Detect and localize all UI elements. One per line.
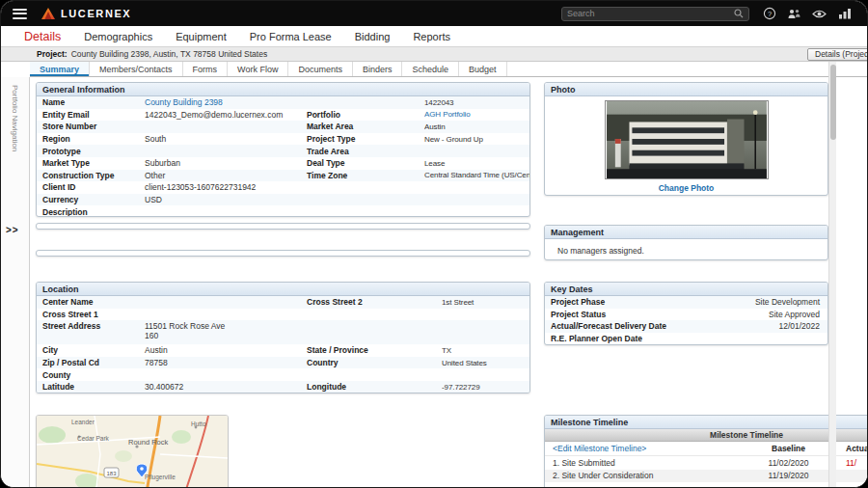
key-date-row: Actual/Forecast Delivery Date 12/01/2022 — [545, 320, 827, 333]
menu-icon[interactable] — [13, 9, 27, 19]
us-183-shield-icon: 183 — [104, 468, 119, 477]
field-label: Market Area — [307, 122, 424, 131]
field-label: Longitude — [307, 382, 442, 392]
field-value: 1422043_Demo@demo.lucernex.com — [145, 110, 307, 120]
location-map[interactable]: Leander Cedar Park Round Rock Hutto Pflu… — [36, 415, 229, 488]
edit-milestone-timeline-link[interactable]: <Edit Milestone Timeline> — [545, 444, 743, 453]
field-label: Zip / Postal Cd — [42, 358, 145, 367]
logo-text: LUCERNEX — [61, 8, 131, 19]
column-actual: Actual — [834, 444, 868, 453]
subtab-budget[interactable]: Budget — [459, 62, 507, 76]
portfolio-link[interactable]: AGH Portfolio — [424, 110, 529, 119]
collapsed-panel[interactable] — [36, 223, 530, 230]
milestone-name: 1. Site Submitted — [545, 458, 743, 468]
subtab-documents[interactable]: Documents — [288, 62, 353, 76]
subtab-members-contacts[interactable]: Members/Contacts — [90, 62, 183, 76]
field-label: Currency — [42, 195, 145, 204]
details-project-button[interactable]: Details (Project) — [807, 48, 868, 61]
expand-nav-chevrons-icon[interactable]: >> — [6, 225, 19, 235]
project-name-link[interactable]: County Building 2398 — [145, 97, 307, 107]
field-row: Street Address 11501 Rock Rose Ave 160 — [37, 320, 529, 344]
breadcrumb-value: County Building 2398, Austin, TX 78758 U… — [71, 49, 268, 59]
field-value: 78758 — [145, 358, 307, 367]
field-label: Region — [42, 134, 145, 144]
subtab-work-flow[interactable]: Work Flow — [228, 62, 288, 76]
tab-details[interactable]: Details — [24, 30, 61, 43]
field-label: Street Address — [42, 321, 145, 331]
field-row: Description — [37, 205, 529, 217]
tab-pro-forma-lease[interactable]: Pro Forma Lease — [250, 31, 332, 42]
key-date-row: R.E. Planner Open Date — [545, 333, 827, 345]
milestone-baseline-date: 11/02/2020 — [743, 458, 834, 468]
tab-bidding[interactable]: Bidding — [355, 31, 391, 42]
field-label: Client ID — [42, 182, 145, 192]
field-value: Suburban — [145, 158, 307, 168]
street-address-line2: 160 — [145, 331, 307, 340]
field-label: Project Type — [307, 134, 424, 144]
tab-equipment[interactable]: Equipment — [176, 31, 227, 42]
photo-panel: Photo Change Photo — [544, 82, 828, 196]
field-label: Actual/Forecast Delivery Date — [551, 321, 778, 331]
general-information-panel: General Information Name County Building… — [36, 82, 530, 217]
field-label: Prototype — [42, 147, 145, 156]
field-label: City — [42, 345, 145, 355]
change-photo-link[interactable]: Change Photo — [659, 183, 715, 193]
field-value: Central Standard Time (US/Central) — [424, 171, 529, 179]
field-value: Site Approved — [769, 310, 820, 319]
column-baseline: Baseline — [743, 444, 834, 453]
app-window: LUCERNEX ? Details Demograp — [0, 0, 868, 488]
vertical-scrollbar[interactable] — [828, 62, 836, 487]
field-label: State / Province — [307, 345, 442, 355]
field-label: Time Zone — [307, 171, 424, 180]
field-value: 1422043 — [424, 98, 529, 107]
breadcrumb: Project: County Building 2398, Austin, T… — [1, 46, 867, 62]
svg-text:?: ? — [767, 10, 771, 18]
portfolio-navigation-title: Portfolio Navigation — [11, 85, 19, 151]
map-label-pflugerville: Pflugerville — [145, 474, 176, 481]
collapsed-panel[interactable] — [36, 250, 530, 257]
scrollbar-thumb[interactable] — [830, 65, 836, 140]
field-row: Latitude 30.400672 Longitude -97.722729 — [37, 381, 529, 393]
users-icon[interactable] — [787, 7, 801, 21]
field-label: Deal Type — [307, 158, 424, 168]
field-value: United States — [442, 359, 529, 367]
help-icon[interactable]: ? — [762, 7, 776, 21]
subtab-binders[interactable]: Binders — [353, 62, 403, 76]
subtab-summary[interactable]: Summary — [30, 62, 90, 76]
key-date-row: Project Phase Site Development — [545, 296, 827, 309]
main-tab-bar: Details Demographics Equipment Pro Forma… — [1, 26, 867, 46]
sub-tab-bar: Summary Members/Contacts Forms Work Flow… — [30, 62, 867, 77]
panel-title: Photo — [545, 83, 827, 96]
field-value: Site Development — [755, 297, 820, 307]
field-value: 1st Street — [442, 298, 529, 307]
field-row: Client ID client-123053-1607622731942 — [37, 181, 529, 194]
breadcrumb-label: Project: — [37, 49, 68, 59]
field-value: client-123053-1607622731942 — [145, 182, 307, 192]
milestone-actual-date: 11/ — [834, 458, 856, 468]
field-row: Center Name Cross Street 2 1st Street — [37, 296, 529, 309]
location-panel: Location Center Name Cross Street 2 1st … — [36, 282, 530, 393]
panel-title: Milestone Timeline — [545, 416, 868, 429]
chart-icon[interactable] — [837, 7, 852, 21]
tab-demographics[interactable]: Demographics — [84, 31, 152, 42]
field-label: Market Type — [42, 158, 145, 168]
field-value: South — [145, 134, 307, 144]
search-box[interactable] — [561, 7, 749, 21]
field-label: Store Number — [42, 122, 145, 131]
field-row: Market Type Suburban Deal Type Lease — [37, 157, 529, 170]
field-label: Cross Street 1 — [42, 310, 145, 319]
panel-title: Key Dates — [545, 283, 827, 296]
map-label-leander: Leander — [71, 419, 95, 425]
eye-icon[interactable] — [812, 7, 827, 21]
milestone-column-header-row: <Edit Milestone Timeline> Baseline Actua… — [545, 442, 868, 456]
panel-title: General Information — [37, 83, 529, 96]
subtab-schedule[interactable]: Schedule — [402, 62, 459, 76]
field-label: Name — [42, 97, 145, 107]
tab-reports[interactable]: Reports — [413, 31, 450, 42]
search-input[interactable] — [567, 9, 734, 18]
field-row: Currency USD — [37, 194, 529, 206]
subtab-forms[interactable]: Forms — [183, 62, 229, 76]
map-label-cedar-park: Cedar Park — [77, 435, 110, 442]
portfolio-navigation-strip[interactable]: Portfolio Navigation — [1, 77, 30, 487]
map-label-hutto: Hutto — [191, 420, 206, 427]
